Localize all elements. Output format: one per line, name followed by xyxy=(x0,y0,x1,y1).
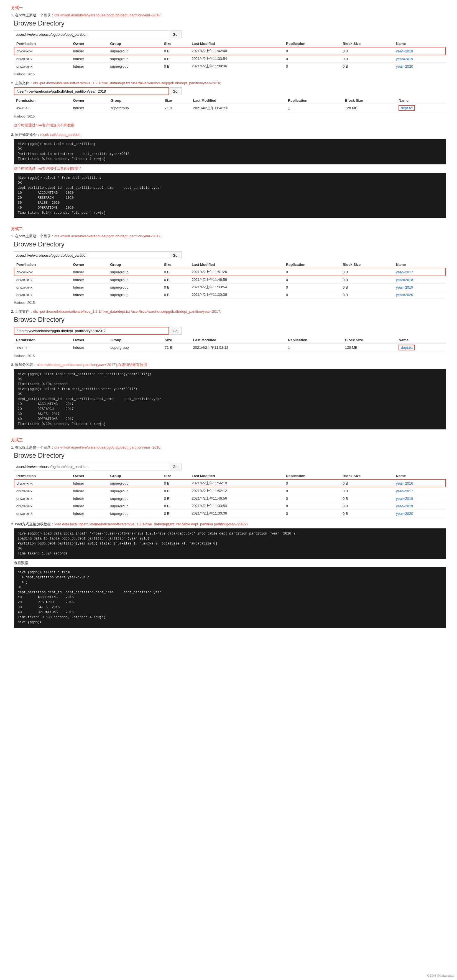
step-1-2-label: 2. 上传文件：dfs -put /home/hduser/software/h… xyxy=(11,81,446,86)
step-1-1: 1. 在hdfs上新建一个目录：dfs -mkdir /user/hive/wa… xyxy=(11,13,446,76)
table-cell-replication: 0 xyxy=(284,55,340,63)
table-cell-size: 0 B xyxy=(162,47,190,55)
browse-dir-3-1: Browse Directory Go! Permission Owner Gr… xyxy=(11,452,446,517)
table-cell-group: supergroup xyxy=(108,502,162,510)
go-button-2-2[interactable]: Go! xyxy=(170,327,181,335)
table-cell-size: 0 B xyxy=(162,63,190,70)
step-2-3: 3. 添加分区表：alter table dept_partition add … xyxy=(11,362,446,430)
step-1-1-label: 1. 在hdfs上新建一个目录：dfs -mkdir /user/hive/wa… xyxy=(11,13,446,18)
table-cell-size: 0 B xyxy=(162,510,190,517)
table-cell-perm: drwxr-xr-x xyxy=(14,510,71,517)
go-button-3-1[interactable]: Go! xyxy=(170,463,181,471)
path-input-1-2[interactable] xyxy=(14,88,169,95)
go-button-2-1[interactable]: Go! xyxy=(170,251,181,259)
path-bar-3-1: Go! xyxy=(11,463,446,471)
dir-table-3-1: Permission Owner Group Size Last Modifie… xyxy=(14,473,446,517)
section-title-2: 方式二 xyxy=(11,226,446,231)
table-cell-owner: hduser xyxy=(71,291,108,299)
table-cell-owner: hduser xyxy=(71,495,108,502)
dir-table-2-2: Permission Owner Group Size Last Modifie… xyxy=(14,337,446,352)
browse-title-1-1: Browse Directory xyxy=(11,19,446,27)
hadoop-note-1-1: Hadoop, 2015. xyxy=(14,72,446,76)
dir-table-2-1: Permission Owner Group Size Last Modifie… xyxy=(14,261,446,299)
table-cell-replication: 0 xyxy=(284,510,340,517)
step-2-1: 1. 在hdfs上新建一个目录：dfs -mkdir /user/hive/wa… xyxy=(11,234,446,305)
dir-table-1-2: Permission Owner Group Size Last Modifie… xyxy=(14,97,446,112)
table-cell-perm: drwxr-xr-x xyxy=(14,479,71,487)
table-cell-modified: 2021/4/2上午11:42:40 xyxy=(190,47,284,55)
section-fangshi1: 方式一 1. 在hdfs上新建一个目录：dfs -mkdir /user/hiv… xyxy=(11,6,446,218)
path-bar-1-1: Go! xyxy=(11,30,446,38)
table-cell-modified: 2021/4/2上午11:33:54 xyxy=(190,55,284,63)
table-cell-blocksize: 0 B xyxy=(340,510,394,517)
table-cell-size: 0 B xyxy=(162,495,190,502)
table-cell-perm: drwxr-xr-x xyxy=(14,55,71,63)
dir-table-1-1: Permission Owner Group Size Last Modifie… xyxy=(14,40,446,70)
section-title-1: 方式一 xyxy=(11,6,446,11)
table-cell-perm: drwxr-xr-x xyxy=(14,63,71,70)
table-cell-owner: hduser xyxy=(71,479,108,487)
section-fangshi2: 方式二 1. 在hdfs上新建一个目录：dfs -mkdir /user/hiv… xyxy=(11,226,446,430)
table-cell-owner: hduser xyxy=(71,276,108,283)
table-cell-perm: drwxr-xr-x xyxy=(14,47,71,55)
table-cell-owner: hduser xyxy=(71,344,108,352)
table-cell-replication: 0 xyxy=(284,502,340,510)
table-cell-perm: drwxr-xr-x xyxy=(14,268,71,276)
table-cell-group: supergroup xyxy=(108,283,162,291)
table-cell-replication: 0 xyxy=(284,479,340,487)
hadoop-note-2-1: Hadoop, 2015. xyxy=(14,301,446,305)
table-cell-modified: 2021/4/2上午11:52:12 xyxy=(190,487,284,495)
path-input-1-1[interactable] xyxy=(14,30,169,38)
table-cell-blocksize: 128 MB xyxy=(343,104,397,112)
table-cell-replication: 0 xyxy=(284,283,340,291)
table-cell-perm: drwxr-xr-x xyxy=(14,283,71,291)
table-cell-name: dept.txt xyxy=(396,344,446,352)
hadoop-note-1-2: Hadoop, 2015. xyxy=(14,115,446,118)
table-cell-name: year=2019 xyxy=(394,502,446,510)
path-input-2-1[interactable] xyxy=(14,251,169,259)
table-cell-perm: -rw-r--r-- xyxy=(14,104,71,112)
table-cell-perm: -rw-r--r-- xyxy=(14,344,71,352)
table-cell-size: 71 B xyxy=(162,104,191,112)
table-cell-blocksize: 0 B xyxy=(340,502,394,510)
table-cell-blocksize: 0 B xyxy=(340,495,394,502)
table-cell-replication: 0 xyxy=(284,276,340,283)
table-cell-name: year=2018 xyxy=(394,276,446,283)
table-cell-perm: drwxr-xr-x xyxy=(14,276,71,283)
step-1-note: 这个时候通过hive客户端查询不到数据 xyxy=(11,123,446,128)
table-cell-name: year=2018 xyxy=(394,47,446,55)
table-cell-size: 0 B xyxy=(162,291,190,299)
table-cell-modified: 2021/4/2上午11:30:36 xyxy=(190,63,284,70)
table-cell-name: dept.txt xyxy=(396,104,446,112)
table-cell-replication: 1 xyxy=(286,344,343,352)
table-cell-group: supergroup xyxy=(108,63,162,70)
path-input-2-2[interactable] xyxy=(14,327,169,335)
table-cell-owner: hduser xyxy=(71,487,108,495)
table-cell-blocksize: 0 B xyxy=(340,276,394,283)
table-cell-modified: 2021/4/2上午11:51:26 xyxy=(190,268,284,276)
table-cell-owner: hduser xyxy=(71,47,108,55)
path-input-3-1[interactable] xyxy=(14,463,169,471)
table-cell-replication: 1 xyxy=(286,104,343,112)
go-button-1-1[interactable]: Go! xyxy=(170,30,181,38)
table-cell-replication: 0 xyxy=(284,268,340,276)
step-3-1: 1. 在hdfs上新建一个目录：dfs -mkdir /user/hive/wa… xyxy=(11,445,446,517)
table-cell-name: year=2020 xyxy=(394,291,446,299)
browse-dir-2-1: Browse Directory Go! Permission Owner Gr… xyxy=(11,240,446,305)
table-cell-size: 71 B xyxy=(162,344,191,352)
table-cell-owner: hduser xyxy=(71,283,108,291)
table-cell-name: year=2020 xyxy=(394,510,446,517)
table-cell-name: year=2017 xyxy=(394,268,446,276)
step-3-1-label: 1. 在hdfs上新建一个目录：dfs -mkdir /user/hive/wa… xyxy=(11,445,446,450)
table-cell-modified: 2021/4/2上午11:33:54 xyxy=(190,502,284,510)
path-bar-2-2: Go! xyxy=(11,327,446,335)
section-fangshi3: 方式三 1. 在hdfs上新建一个目录：dfs -mkdir /user/hiv… xyxy=(11,438,446,628)
table-cell-replication: 0 xyxy=(284,495,340,502)
step-1-3-label: 3. 执行修复命令：msck table dept_partition; xyxy=(11,132,446,137)
go-button-1-2[interactable]: Go! xyxy=(170,88,181,95)
section-title-3: 方式三 xyxy=(11,438,446,443)
table-cell-group: supergroup xyxy=(108,344,163,352)
table-cell-size: 0 B xyxy=(162,276,190,283)
table-cell-replication: 0 xyxy=(284,487,340,495)
path-bar-1-2: Go! xyxy=(11,88,446,95)
